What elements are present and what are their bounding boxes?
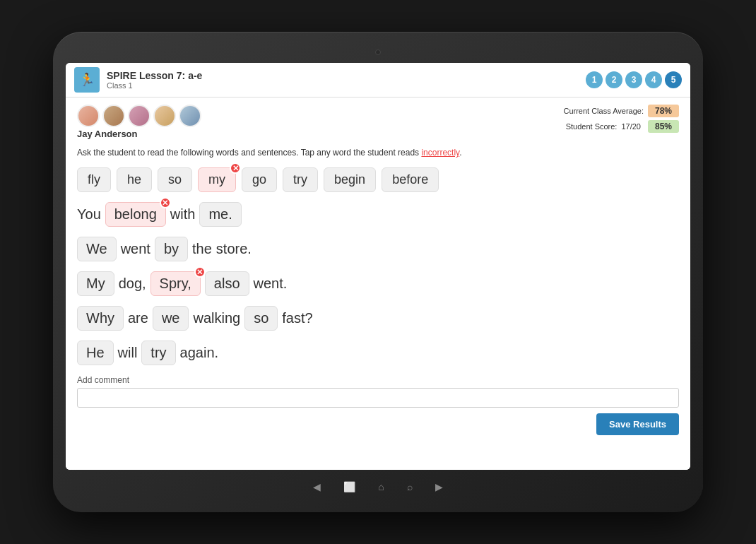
student-score-row: Student Score: 17/20 85%	[566, 120, 679, 133]
app-header: 🏃 SPIRE Lesson 7: a-e Class 1 1 2 3 4 5	[66, 63, 690, 97]
word-my-s3[interactable]: My	[77, 271, 114, 296]
step-badge-5[interactable]: 5	[665, 71, 682, 88]
error-badge-my: ✕	[230, 162, 241, 174]
incorrectly-text: incorrectly	[421, 148, 459, 158]
nav-back-icon[interactable]: ◀	[313, 481, 321, 492]
word-will[interactable]: will	[118, 345, 138, 361]
error-badge-spry: ✕	[194, 266, 206, 278]
word-fast[interactable]: fast?	[282, 310, 312, 326]
student-info: Jay Anderson	[77, 105, 201, 139]
word-try-s5[interactable]: try	[141, 341, 175, 365]
word-so[interactable]: so	[158, 167, 192, 192]
step-badge-1[interactable]: 1	[586, 71, 603, 88]
word-also[interactable]: also	[205, 271, 249, 296]
student-score-raw: 17/20	[621, 122, 641, 131]
word-me[interactable]: me.	[199, 202, 241, 227]
nav-recent-icon[interactable]: ⬜	[343, 481, 355, 492]
class-avg-label: Current Class Average:	[563, 107, 644, 115]
student-score-pct: 85%	[648, 120, 679, 133]
tablet-screen: 🏃 SPIRE Lesson 7: a-e Class 1 1 2 3 4 5	[66, 63, 690, 470]
word-went-s3[interactable]: went.	[254, 276, 288, 292]
student-name: Jay Anderson	[77, 129, 201, 139]
word-went[interactable]: went	[121, 241, 150, 257]
nav-forward-icon[interactable]: ▶	[435, 481, 443, 492]
class-subtitle: Class 1	[107, 81, 202, 90]
save-button[interactable]: Save Results	[596, 413, 679, 435]
comment-section: Add comment Save Results	[77, 375, 679, 408]
sentence-4: Why are we walking so fast?	[77, 306, 679, 331]
word-by[interactable]: by	[155, 237, 188, 261]
word-with[interactable]: with	[170, 206, 196, 223]
tablet-device: 🏃 SPIRE Lesson 7: a-e Class 1 1 2 3 4 5	[53, 32, 703, 512]
word-are[interactable]: are	[128, 310, 148, 326]
step-badge-4[interactable]: 4	[645, 71, 662, 88]
word-the[interactable]: the	[192, 241, 212, 257]
comment-label: Add comment	[77, 375, 679, 385]
word-try[interactable]: try	[283, 167, 318, 192]
header-title-block: SPIRE Lesson 7: a-e Class 1	[107, 70, 202, 90]
front-camera	[375, 49, 381, 55]
words-row: fly he so my ✕ go try begin before	[77, 167, 679, 192]
lesson-title: SPIRE Lesson 7: a-e	[107, 70, 202, 81]
word-we-s4[interactable]: we	[153, 306, 189, 331]
header-left: 🏃 SPIRE Lesson 7: a-e Class 1	[74, 67, 202, 93]
word-store[interactable]: store.	[216, 241, 252, 257]
word-dog[interactable]: dog,	[119, 276, 146, 292]
nav-search-icon[interactable]: ⌕	[407, 481, 413, 492]
word-belong[interactable]: belong ✕	[105, 202, 166, 227]
word-go[interactable]: go	[242, 167, 277, 192]
word-fly[interactable]: fly	[77, 167, 111, 192]
word-spry[interactable]: Spry, ✕	[150, 271, 201, 296]
comment-input[interactable]	[77, 388, 679, 408]
scores-box: Current Class Average: 78% Student Score…	[563, 105, 679, 133]
word-begin[interactable]: begin	[324, 167, 376, 192]
app-icon: 🏃	[74, 67, 100, 93]
class-avg-row: Current Class Average: 78%	[563, 105, 679, 117]
word-before[interactable]: before	[382, 167, 439, 192]
word-again[interactable]: again.	[180, 345, 219, 361]
tablet-bottom-bar: ◀ ⬜ ⌂ ⌕ ▶	[66, 474, 690, 499]
error-badge-belong: ✕	[160, 197, 171, 208]
tablet-top-bar	[66, 45, 690, 60]
student-photos	[77, 105, 201, 127]
avatar-4[interactable]	[153, 105, 176, 127]
avatar-2[interactable]	[102, 105, 125, 127]
nav-home-icon[interactable]: ⌂	[378, 481, 384, 492]
step-badges: 1 2 3 4 5	[586, 71, 682, 88]
word-why[interactable]: Why	[77, 306, 124, 331]
word-we[interactable]: We	[77, 237, 117, 261]
avatar-3[interactable]	[128, 105, 150, 127]
avatar-1[interactable]	[77, 105, 100, 127]
screen-body: Jay Anderson Current Class Average: 78% …	[66, 97, 690, 470]
word-so-s4[interactable]: so	[244, 306, 278, 331]
word-he-s5[interactable]: He	[77, 341, 114, 365]
step-badge-2[interactable]: 2	[606, 71, 622, 88]
sentence-2: We went by the store.	[77, 237, 679, 261]
word-my[interactable]: my ✕	[198, 167, 236, 192]
class-avg-value: 78%	[648, 105, 679, 117]
sentence-5: He will try again.	[77, 341, 679, 365]
instructions: Ask the student to read the following wo…	[77, 146, 679, 159]
word-you[interactable]: You	[77, 206, 101, 223]
step-badge-3[interactable]: 3	[625, 71, 642, 88]
student-row: Jay Anderson Current Class Average: 78% …	[77, 105, 679, 139]
sentence-3: My dog, Spry, ✕ also went.	[77, 271, 679, 296]
student-score-label: Student Score:	[566, 122, 618, 131]
avatar-5[interactable]	[179, 105, 201, 127]
sentence-1: You belong ✕ with me.	[77, 202, 679, 227]
word-walking[interactable]: walking	[193, 310, 240, 326]
word-he[interactable]: he	[117, 167, 152, 192]
